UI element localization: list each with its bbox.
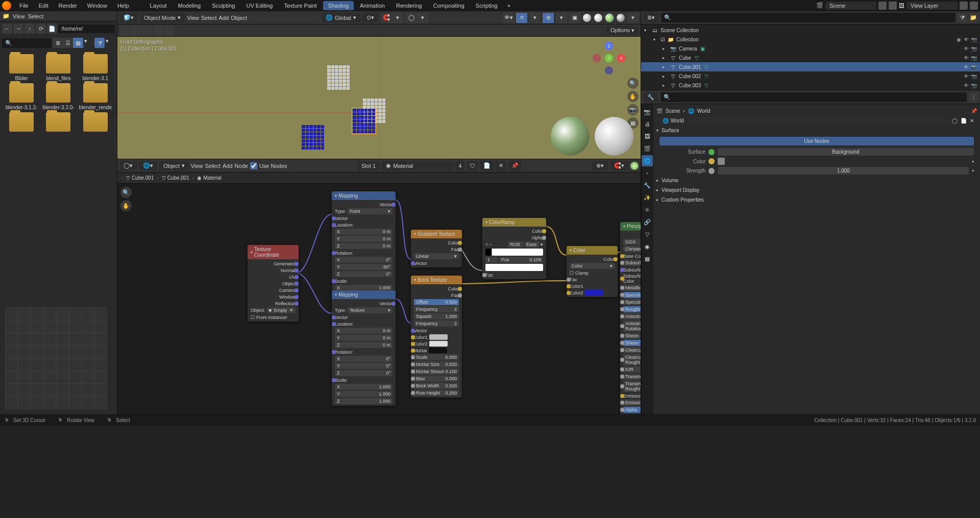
node-mapping[interactable]: Mapping Vector Type:Texture▾ Vector Loca…	[332, 290, 396, 406]
outliner-row-scene-collection[interactable]: ▾🗂Scene Collection	[641, 26, 980, 35]
axis-x-icon[interactable]: X	[617, 54, 625, 62]
folder-item[interactable]: blender-3.1	[78, 54, 113, 81]
filter-toggle[interactable]: ⧩	[94, 38, 105, 48]
outliner-row-cube[interactable]: ▸▽Cube▽👁📷	[641, 53, 980, 62]
shader-type-dropdown[interactable]: 🌐▾	[139, 161, 157, 170]
new-scene-button[interactable]	[878, 2, 887, 10]
panel-viewport-display[interactable]: ▸Viewport Display	[655, 185, 978, 195]
xray-toggle[interactable]: ▣	[569, 13, 580, 23]
ramp-remove-button[interactable]: −	[489, 242, 492, 247]
surface-shader-dropdown[interactable]: Background	[718, 148, 974, 156]
folder-item[interactable]: Bilder	[4, 54, 39, 81]
options-button[interactable]: ⋮	[969, 93, 978, 102]
node-texture-coordinate[interactable]: Texture Coordinate Generated Normal UV O…	[248, 245, 299, 322]
node-title[interactable]: Color	[567, 246, 618, 255]
pan-button[interactable]: ✋	[627, 91, 639, 102]
chevron-right-icon[interactable]: ›	[121, 175, 123, 181]
tab-texture[interactable]: ▦	[642, 253, 653, 264]
chevron-down-icon[interactable]: ▾	[541, 242, 543, 247]
ne-select-menu[interactable]: Select	[205, 163, 220, 169]
display-thumbnail-icon[interactable]: ▦	[73, 38, 83, 48]
axis-z-icon[interactable]: Z	[605, 42, 613, 50]
axis-neg-x-icon[interactable]	[593, 54, 601, 62]
unlink-button[interactable]: ✕	[970, 118, 974, 124]
node-mix-color[interactable]: Color Color Color▾ ☐Clamp Fac Color1 Col…	[567, 246, 618, 297]
mode-dropdown[interactable]: Object Mode ▾	[140, 13, 185, 22]
tab-constraints[interactable]: 🔗	[642, 216, 653, 228]
fb-select-menu[interactable]: Select	[28, 13, 44, 19]
editor-type-dropdown[interactable]: 🧊▾	[119, 13, 138, 22]
unlink-material-button[interactable]: ✕	[496, 161, 506, 170]
cube-001-object[interactable]	[352, 108, 376, 134]
ne-view-menu[interactable]: View	[191, 163, 203, 169]
type-dropdown[interactable]: Point▾	[348, 208, 393, 214]
delete-viewlayer-button[interactable]	[970, 2, 978, 10]
forward-button[interactable]: →	[13, 23, 23, 34]
new-folder-button[interactable]: 📄	[47, 23, 57, 34]
editor-type-dropdown[interactable]: ◯▾	[119, 161, 137, 170]
ne-add-menu[interactable]: Add	[223, 163, 233, 169]
tab-modifiers[interactable]: 🔧	[642, 180, 653, 191]
path-field[interactable]: /home/re/	[58, 24, 115, 33]
hdri-preview-sphere[interactable]	[551, 117, 590, 156]
properties-search[interactable]: 🔍	[660, 92, 967, 102]
folder-item[interactable]	[78, 112, 113, 134]
duplicate-button[interactable]: 📄	[961, 118, 967, 124]
filter-button[interactable]: ⧩	[958, 13, 967, 22]
outliner-row-collection[interactable]: ▾☑📁Collection◉👁📷	[641, 35, 980, 44]
folder-item[interactable]: blender-3.1.2-	[4, 83, 39, 110]
node-canvas[interactable]: 🔍 ✋ Texture Coordinate Generated Normal …	[117, 184, 641, 414]
vp-select-menu[interactable]: Select	[201, 15, 217, 21]
zoom-button[interactable]: 🔍	[120, 187, 132, 198]
tab-render[interactable]: 📷	[642, 106, 653, 117]
folder-item[interactable]: blender_rende	[78, 83, 113, 110]
proportional-settings[interactable]: ▾	[417, 13, 428, 23]
strength-field[interactable]: 1.000	[718, 167, 969, 175]
gizmo-settings[interactable]: ▾	[529, 13, 541, 23]
menu-file[interactable]: File	[14, 1, 34, 10]
folder-item[interactable]	[41, 112, 76, 134]
menu-help[interactable]: Help	[112, 1, 134, 10]
orientation-dropdown[interactable]: 🌐 Global ▾	[322, 13, 360, 22]
camera-view-button[interactable]: 📷	[627, 104, 639, 115]
viewlayer-selector[interactable]: View Layer	[906, 2, 958, 10]
tool-icon-4[interactable]	[153, 26, 163, 36]
pan-button[interactable]: ✋	[120, 200, 132, 211]
outliner-row-cube-001[interactable]: ▸▽Cube.001▽👁📷	[641, 62, 980, 71]
material-selector[interactable]: ◉ Material	[382, 161, 453, 170]
nav-gizmo[interactable]: Z Y X	[593, 42, 625, 75]
editor-type-dropdown[interactable]: ≣▾	[643, 13, 659, 22]
tab-layout[interactable]: Layout	[145, 1, 172, 10]
material-preview-icon[interactable]	[630, 162, 639, 170]
visibility-dropdown[interactable]: 👁▾	[503, 13, 514, 23]
material-preview-sphere[interactable]	[595, 117, 633, 156]
cube-002-object[interactable]	[301, 125, 325, 150]
delete-scene-button[interactable]	[889, 2, 897, 10]
new-button[interactable]: ◯	[952, 118, 958, 124]
tab-animation[interactable]: Animation	[355, 1, 390, 10]
use-nodes-checkbox[interactable]: Use Nodes	[250, 162, 287, 169]
snap-toggle[interactable]: 🧲	[381, 13, 392, 23]
menu-window[interactable]: Window	[82, 1, 112, 10]
overlay-toggle[interactable]: ⊕	[543, 13, 554, 23]
tab-particles[interactable]: ✨	[642, 192, 653, 203]
fb-view-menu[interactable]: View	[13, 13, 25, 19]
tool-icon-1[interactable]	[119, 26, 130, 36]
outliner-row-cube-002[interactable]: ▸▽Cube.002▽👁📷	[641, 71, 980, 81]
tab-material[interactable]: ◉	[642, 241, 653, 252]
slot-dropdown[interactable]: Slot 1	[357, 161, 380, 170]
use-nodes-button[interactable]: Use Nodes	[659, 137, 974, 145]
tool-icon-3[interactable]	[142, 26, 152, 36]
vp-add-menu[interactable]: Add	[219, 15, 229, 21]
color-swatch[interactable]	[718, 158, 725, 165]
tab-sculpting[interactable]: Sculpting	[207, 1, 240, 10]
node-mapping[interactable]: Mapping Vector Type:Point▾ Vector Locati…	[332, 191, 396, 307]
editor-type-icon[interactable]: 📁	[3, 13, 10, 19]
pivot-dropdown[interactable]: ⊙▾	[362, 13, 378, 22]
editor-type-dropdown[interactable]: 🔧	[643, 92, 658, 102]
panel-surface[interactable]: ▾Surface	[655, 126, 978, 135]
color-swatch[interactable]	[485, 264, 543, 271]
gizmo-toggle[interactable]: ⤧	[516, 13, 527, 23]
node-title[interactable]: Mapping	[332, 191, 396, 200]
zoom-button[interactable]: 🔍	[627, 78, 639, 89]
